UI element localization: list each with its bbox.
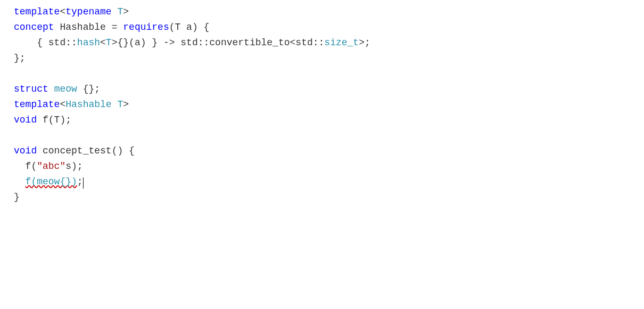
code-line: template<Hashable T> bbox=[14, 99, 129, 110]
code-line: struct meow {}; bbox=[14, 84, 100, 94]
code-line: }; bbox=[14, 53, 26, 63]
code-line: f("abc"s); bbox=[14, 161, 83, 172]
ident-hash: hash bbox=[77, 37, 100, 48]
code-line: } bbox=[14, 192, 20, 202]
kw-struct: struct bbox=[14, 84, 48, 94]
string-literal: "abc" bbox=[37, 161, 65, 172]
concept-hashable: Hashable bbox=[65, 99, 111, 110]
code-line: void f(T); bbox=[14, 115, 71, 125]
kw-void: void bbox=[14, 115, 37, 125]
ident-sizet: size_t bbox=[324, 37, 359, 48]
code-editor[interactable]: template<typename T> concept Hashable = … bbox=[14, 4, 644, 205]
kw-typename: typename bbox=[65, 6, 111, 17]
struct-meow: meow bbox=[54, 84, 77, 94]
code-line: concept Hashable = requires(T a) { bbox=[14, 22, 209, 32]
kw-concept: concept bbox=[14, 22, 54, 32]
code-line: template<typename T> bbox=[14, 6, 129, 17]
kw-requires: requires bbox=[123, 22, 169, 32]
kw-template: template bbox=[14, 99, 60, 110]
code-line: { std::hash<T>{}(a) } -> std::convertibl… bbox=[14, 37, 370, 48]
kw-template: template bbox=[14, 6, 60, 17]
text-cursor bbox=[83, 177, 84, 189]
kw-void: void bbox=[14, 145, 37, 156]
error-span[interactable]: f(meow{}) bbox=[26, 176, 77, 187]
code-line: f(meow{}); bbox=[14, 176, 84, 187]
code-line: void concept_test() { bbox=[14, 145, 135, 156]
